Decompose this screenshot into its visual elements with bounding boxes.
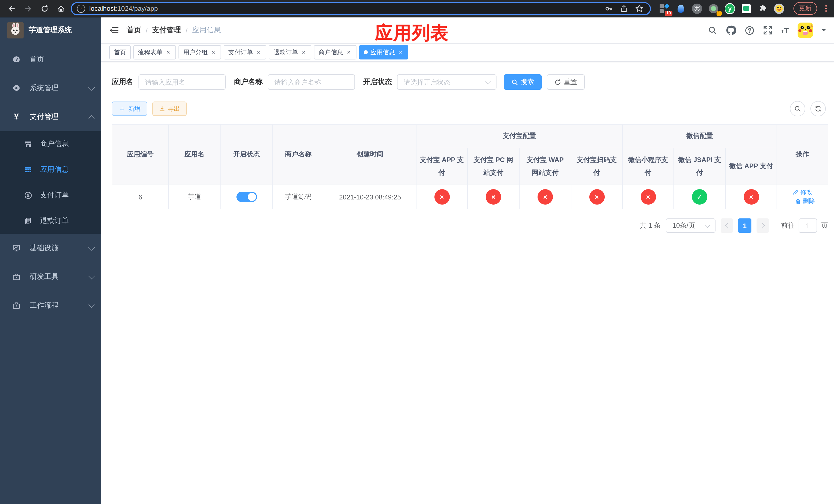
navbar-actions: TT [707,23,826,38]
reset-button[interactable]: 重置 [547,74,585,90]
col-operations: 操作 [777,124,828,185]
status-select[interactable] [397,74,497,90]
col-app-name: 应用名 [169,124,220,185]
breadcrumb: 首页 / 支付管理 / 应用信息 [127,26,221,35]
edit-link[interactable]: 修改 [792,188,812,197]
sidebar-item-refund-orders[interactable]: 退款订单 [0,208,101,234]
close-icon[interactable] [256,49,262,55]
gear-icon [10,84,23,92]
breadcrumb-separator: / [186,26,188,35]
browser-menu-icon[interactable] [825,5,827,12]
cell-status [220,185,272,209]
extensions-puzzle-icon[interactable] [758,3,768,14]
url-text: localhost:1024/pay/app [89,5,601,12]
annotation-title: 应用列表 [375,21,449,45]
extension-command-icon[interactable]: ⌘ [692,3,702,14]
close-icon[interactable] [210,49,216,55]
close-icon[interactable] [165,49,171,55]
monitor-icon [10,244,23,252]
extension-emoji-icon[interactable] [774,3,784,14]
avatar-dropdown-caret[interactable] [822,29,826,33]
alipay-wap-status-icon: × [537,189,553,205]
total-count: 共 1 条 [640,221,661,230]
tab-user-group[interactable]: 用户分组 [178,45,221,60]
tab-home[interactable]: 首页 [109,45,131,60]
wechat-jsapi-status-icon: ✓ [692,189,707,205]
sidebar-item-pay-orders[interactable]: 支付订单 [0,183,101,208]
shop-icon [23,140,34,148]
browser-toolbar: i localhost:1024/pay/app 10 ⌘ [0,0,834,18]
close-icon[interactable] [397,49,404,55]
cell-app-id: 6 [112,185,169,209]
cell-operations: 修改 删除 [777,185,828,209]
bookmark-star-icon[interactable] [635,4,644,13]
browser-home-icon[interactable] [54,2,68,15]
collapse-sidebar-icon[interactable] [109,26,118,35]
search-button[interactable]: 搜索 [504,74,542,90]
fullscreen-icon[interactable] [763,26,772,35]
user-avatar[interactable] [797,23,813,38]
sidebar-item-home[interactable]: 首页 [0,45,101,74]
merchant-name-input[interactable] [268,74,355,90]
page-info-icon[interactable]: i [77,4,85,13]
tab-refund-orders[interactable]: 退款订单 [269,45,311,60]
app-name-input[interactable] [138,74,226,90]
browser-update-button[interactable]: 更新 [793,2,817,15]
sidebar-item-workflow[interactable]: 工作流程 [0,291,101,320]
group-alipay-config: 支付宝配置 [416,124,622,148]
extension-chat-icon[interactable] [741,3,751,14]
page-size-input[interactable] [666,219,716,233]
trash-icon [795,198,801,204]
share-icon[interactable] [620,4,628,13]
sidebar-item-system[interactable]: 系统管理 [0,74,101,102]
address-bar[interactable]: i localhost:1024/pay/app [71,2,651,15]
help-icon[interactable] [745,25,754,35]
sidebar: 芋道管理系统 首页 系统管理 ¥ 支付管 [0,18,101,504]
app-logo-row[interactable]: 芋道管理系统 [0,18,101,43]
search-icon[interactable] [707,26,717,35]
plus-icon: ＋ [118,105,126,112]
extension-grid-icon[interactable]: 10 [659,3,670,14]
yen-circle-icon [23,191,34,200]
export-button[interactable]: 导出 [152,101,187,116]
browser-back-icon[interactable] [5,2,19,15]
github-icon[interactable] [725,25,736,36]
page-size-select[interactable] [666,219,716,233]
tab-app-info[interactable]: 应用信息 [359,45,408,60]
sidebar-item-payment[interactable]: ¥ 支付管理 [0,102,101,131]
alipay-qr-status-icon: × [589,189,605,205]
status-select-input[interactable] [397,74,497,90]
tab-merchant-info[interactable]: 商户信息 [314,45,356,60]
password-key-icon[interactable] [605,4,613,13]
toggle-search-button[interactable] [790,101,805,116]
add-button[interactable]: ＋ 新增 [112,101,147,116]
extension-recorder-icon[interactable]: 1 [708,3,719,14]
breadcrumb-payment[interactable]: 支付管理 [152,26,181,35]
breadcrumb-home[interactable]: 首页 [127,26,141,35]
extension-balloon-icon[interactable] [676,3,686,14]
sidebar-item-app-info[interactable]: 应用信息 [0,157,101,183]
yen-icon: ¥ [10,112,23,122]
tab-process-form[interactable]: 流程表单 [133,45,176,60]
sidebar-item-infrastructure[interactable]: 基础设施 [0,234,101,262]
chevron-down-icon [88,84,95,90]
next-page-button[interactable] [756,219,769,233]
sidebar-item-merchant-info[interactable]: 商户信息 [0,131,101,157]
prev-page-button[interactable] [721,219,733,233]
tab-pay-orders[interactable]: 支付订单 [224,45,266,60]
browser-reload-icon[interactable] [38,2,51,15]
delete-link[interactable]: 删除 [795,197,815,206]
browser-forward-icon[interactable] [22,2,35,15]
status-toggle[interactable] [236,192,257,202]
page-1-button[interactable]: 1 [738,219,751,233]
sidebar-item-dev-tools[interactable]: 研发工具 [0,262,101,291]
breadcrumb-separator: / [146,26,148,35]
toolbox-icon [10,301,23,310]
extension-y-icon[interactable]: y [725,3,735,14]
extension-badge: 1 [716,10,722,16]
close-icon[interactable] [346,49,352,55]
refresh-button[interactable] [810,101,826,116]
goto-page-input[interactable] [798,219,817,233]
font-size-icon[interactable]: TT [781,26,789,35]
close-icon[interactable] [301,49,307,55]
